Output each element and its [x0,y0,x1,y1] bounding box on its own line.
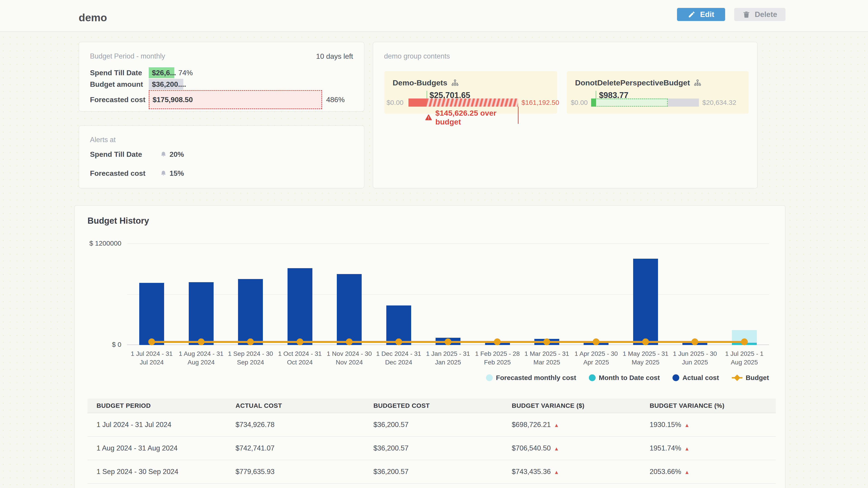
bar-min-label: $0.00 [571,98,588,107]
legend-item-budget[interactable]: Budget [732,374,769,382]
forecasted-cost-percent: 486% [326,96,345,104]
budget-period-card: Budget Period - monthly 10 days left Spe… [79,42,364,111]
x-axis-label: 1 Nov 2024 - 30Nov 2024 [324,350,374,367]
warning-icon [425,114,432,121]
table-column-header: BUDGETED COST [364,398,503,413]
spend-till-date-label: Spend Till Date [90,69,149,77]
x-axis-label: 1 Apr 2025 - 30Apr 2025 [571,350,621,367]
spend-till-date-percent: 74% [178,69,193,77]
table-row: 1 Jul 2024 - 31 Jul 2024$734,926.78$36,2… [88,413,776,436]
perspective-group-icon [693,79,702,87]
delete-button[interactable]: Delete [734,8,785,21]
alerts-card-title: Alerts at [90,136,116,144]
budget-history-panel: Budget History $ 1200000 $ 0 1 Jul 2024 … [74,205,785,488]
chart-slot [522,243,571,345]
table-cell: $734,926.78 [226,413,364,436]
chart-slot [423,243,473,345]
table-cell: 2053.66%▲ [641,460,776,484]
table-header-row: BUDGET PERIODACTUAL COSTBUDGETED COSTBUD… [88,398,776,413]
table-cell: $36,200.57 [364,413,503,436]
actual-cost-bar [189,282,214,345]
budget-point-marker [395,338,402,345]
budget-history-title: Budget History [88,216,149,226]
table-column-header: BUDGET VARIANCE ($) [503,398,641,413]
y-axis-zero-label: $ 0 [74,341,121,348]
alert-spend-value: 20% [169,150,184,159]
legend-dot-icon [589,375,596,381]
x-axis-labels: 1 Jul 2024 - 31Jul 20241 Aug 2024 - 31Au… [127,350,769,367]
chart-slot [275,243,324,345]
bar-max-label: $161,192.50 [522,98,559,107]
over-budget-text: $145,626.25 over budget [425,109,520,126]
actual-cost-bar [287,268,312,345]
table-cell: 1930.15%▲ [641,413,776,436]
x-axis-label: 1 Jan 2025 - 31Jan 2025 [423,350,473,367]
perspective-group-icon [451,79,459,87]
table-cell: 1 Sep 2024 - 30 Sep 2024 [88,460,226,484]
edit-button[interactable]: Edit [677,8,725,21]
page-title: demo [79,11,107,24]
table-cell: $742,741.07 [226,436,364,460]
bar-max-label: $20,634.32 [702,98,736,107]
legend-item-actual-cost[interactable]: Actual cost [673,374,719,382]
budget-history-chart [127,243,769,345]
bell-icon [160,151,167,158]
forecasted-cost-row: Forecasted cost $175,908.50 486% [90,90,345,109]
chart-slot [374,243,423,345]
variance-up-icon: ▲ [684,422,690,428]
app-header: demo Edit Delete [0,0,868,32]
x-axis-label: 1 Aug 2024 - 31Aug 2024 [176,350,225,367]
x-axis-label: 1 Oct 2024 - 31Oct 2024 [275,350,324,367]
actual-cost-bar [337,274,362,345]
legend-item-forecasted-monthly-cost[interactable]: Forecasted monthly cost [486,374,576,382]
over-budget-hatched-segment [427,98,518,107]
budget-amount-chip: $36,200.... [149,79,183,90]
chart-slot [226,243,275,345]
table-cell: $36,200.57 [364,436,503,460]
group-card-title: demo group contents [384,52,450,60]
chart-slot [127,243,176,345]
days-left-label: 10 days left [316,52,353,61]
alert-row-forecast: Forecasted cost 15% [90,168,184,179]
budget-amount-row: Budget amount $36,200.... [90,79,183,90]
budget-amount-label: Budget amount [90,80,149,89]
table-column-header: BUDGET VARIANCE (%) [641,398,776,413]
bar-min-label: $0.00 [386,98,403,107]
table-cell: $743,435.36▲ [503,460,641,484]
budget-name-donotdelete[interactable]: DonotDeletePerspectiveBudget [575,78,702,87]
edit-button-label: Edit [700,10,714,19]
table-cell: 1951.74%▲ [641,436,776,460]
table-cell: 1 Aug 2024 - 31 Aug 2024 [88,436,226,460]
alert-forecast-label: Forecasted cost [90,169,160,177]
alert-spend-label: Spend Till Date [90,150,160,159]
budget-subcard-donotdelete[interactable]: DonotDeletePerspectiveBudget $983.77 $0.… [567,71,749,113]
actual-cost-bar [238,279,263,345]
chart-slot [670,243,719,345]
group-contents-card: demo group contents Demo-Budgets $25,701… [373,42,758,188]
x-axis-label: 1 Jun 2025 - 30Jun 2025 [670,350,719,367]
spend-till-date-row: Spend Till Date $26,6... 74% [90,67,193,78]
legend-item-month-to-date-cost[interactable]: Month to Date cost [589,374,660,382]
table-cell: $36,200.57 [364,460,503,484]
variance-up-icon: ▲ [554,446,559,452]
budget-name-demo-budgets[interactable]: Demo-Budgets [393,78,459,87]
x-axis-label: 1 Feb 2025 - 28Feb 2025 [473,350,522,367]
table-column-header: BUDGET PERIOD [88,398,226,413]
y-axis-max-label: $ 1200000 [74,239,121,247]
table-cell: $706,540.50▲ [503,436,641,460]
budget-point-marker [198,338,205,345]
donotdelete-bar [591,98,699,107]
chart-slot [571,243,621,345]
forecasted-cost-label: Forecasted cost [90,96,149,104]
budget-legend-icon [732,377,743,379]
x-axis-label: 1 Jul 2025 - 1Aug 2025 [720,350,769,367]
budget-subcard-demo-budgets[interactable]: Demo-Budgets $25,701.65 $0.00 $161,192.5… [384,71,557,113]
chart-slot [720,243,769,345]
header-actions: Edit Delete [677,8,785,21]
table-cell: 1 Jul 2024 - 31 Jul 2024 [88,413,226,436]
table-cell: $698,726.21▲ [503,413,641,436]
alerts-card: Alerts at Spend Till Date 20% Forecasted… [79,125,364,188]
x-axis-label: 1 Jul 2024 - 31Jul 2024 [127,350,176,367]
alert-forecast-value: 15% [169,169,184,177]
budget-period-card-title: Budget Period - monthly [90,52,165,60]
